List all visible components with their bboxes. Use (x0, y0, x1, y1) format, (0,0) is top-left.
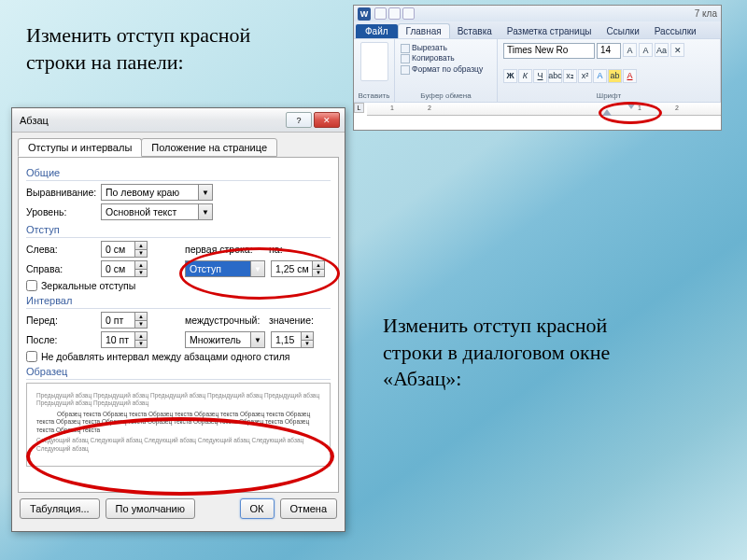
brush-icon (401, 65, 410, 75)
qat-redo-icon[interactable] (402, 7, 415, 20)
tab-mailings[interactable]: Рассылки (647, 24, 704, 38)
dialog-button-row: Табуляция... По умолчанию ОК Отмена (12, 498, 345, 526)
ribbon-tabstrip: Файл Главная Вставка Разметка страницы С… (354, 21, 721, 38)
tab-indents-spacing[interactable]: Отступы и интервалы (18, 138, 142, 157)
chevron-down-icon: ▼ (198, 204, 212, 219)
dialog-title: Абзац (20, 115, 284, 126)
font-name-selector[interactable]: Times New Ro (503, 43, 595, 59)
text-effects-icon[interactable]: A (593, 69, 607, 83)
section-general: Общие (26, 167, 331, 181)
shrink-font-icon[interactable]: A (639, 43, 653, 57)
mirror-indents-checkbox[interactable]: Зеркальные отступы (26, 280, 331, 291)
group-clipboard: Вырезать Копировать Формат по образцу Бу… (395, 39, 498, 102)
ruler-tick: 2 (675, 105, 679, 111)
superscript-icon[interactable]: x² (578, 69, 592, 83)
preview-pane: Предыдущий абзац Предыдущий абзац Предыд… (26, 383, 331, 467)
indent-left-spinner[interactable]: 0 см▲▼ (101, 241, 148, 258)
spacing-at-label: значение: (269, 315, 316, 326)
tab-references[interactable]: Ссылки (599, 24, 647, 38)
outline-level-select[interactable]: Основной текст▼ (101, 203, 213, 220)
space-before-spinner[interactable]: 0 пт▲▼ (101, 312, 148, 329)
bold-icon[interactable]: Ж (503, 69, 517, 83)
qat-undo-icon[interactable] (388, 7, 401, 20)
ruler-tick: 2 (428, 105, 431, 111)
ruler-area: L 1 2 1 2 (354, 102, 721, 130)
indent-by-label: на: (269, 244, 297, 255)
underline-icon[interactable]: Ч (533, 69, 547, 83)
group-paste: Вставить (354, 39, 395, 102)
grow-font-icon[interactable]: A (623, 43, 637, 57)
tab-file[interactable]: Файл (356, 24, 398, 38)
chevron-down-icon: ▼ (250, 332, 264, 347)
tab-line-page-breaks[interactable]: Положение на странице (141, 138, 277, 157)
cut-button[interactable]: Вырезать (401, 43, 493, 53)
dialog-tabs: Отступы и интервалы Положение на страниц… (12, 133, 345, 157)
word-app-icon: W (358, 7, 371, 21)
ribbon-body: Вставить Вырезать Копировать Формат по о… (354, 38, 721, 102)
set-default-button[interactable]: По умолчанию (106, 498, 195, 519)
clipboard-group-label: Буфер обмена (399, 91, 493, 100)
word-titlebar: W 7 кла (354, 6, 721, 21)
font-color-icon[interactable]: A (623, 69, 637, 83)
clear-format-icon[interactable]: ✕ (670, 43, 684, 57)
tab-page-layout[interactable]: Разметка страницы (500, 24, 599, 38)
dialog-titlebar[interactable]: Абзац ? ✕ (12, 108, 345, 133)
caption-ruler: Изменить отступ красной строки на панели… (26, 22, 288, 76)
indent-by-spinner[interactable]: 1,25 см▲▼ (271, 260, 325, 277)
special-indent-select[interactable]: Отступ▼ (185, 260, 265, 277)
cancel-button[interactable]: Отмена (280, 498, 337, 519)
close-button[interactable]: ✕ (314, 112, 340, 128)
paste-button[interactable] (360, 42, 388, 81)
quick-access-toolbar (374, 7, 415, 20)
alignment-select[interactable]: По левому краю▼ (101, 184, 213, 201)
qat-save-icon[interactable] (374, 7, 387, 20)
dialog-body: Общие Выравнивание: По левому краю▼ Уров… (18, 157, 339, 493)
tab-home[interactable]: Главная (398, 23, 450, 38)
first-line-indent-marker[interactable] (627, 103, 636, 109)
special-indent-label: первая строка: (185, 244, 269, 255)
indent-right-label: Справа: (26, 263, 101, 274)
format-painter-button[interactable]: Формат по образцу (401, 64, 493, 75)
chevron-down-icon: ▼ (250, 261, 264, 276)
section-indentation: Отступ (26, 224, 331, 238)
italic-icon[interactable]: К (518, 69, 532, 83)
no-space-same-style-checkbox[interactable]: Не добавлять интервал между абзацами одн… (26, 351, 331, 362)
indent-left-label: Слева: (26, 244, 101, 255)
tab-insert[interactable]: Вставка (450, 24, 500, 38)
copy-button[interactable]: Копировать (401, 53, 493, 63)
copy-icon (401, 54, 410, 63)
line-spacing-select[interactable]: Множитель▼ (185, 331, 265, 348)
line-spacing-label: междустрочный: (185, 315, 269, 326)
section-spacing: Интервал (26, 295, 331, 309)
word-ribbon-screenshot: W 7 кла Файл Главная Вставка Разметка ст… (353, 5, 722, 131)
strike-icon[interactable]: abc (548, 69, 562, 83)
chevron-down-icon: ▼ (198, 185, 212, 200)
font-size-selector[interactable]: 14 (597, 43, 621, 59)
group-font: Times New Ro 14 A A Aa ✕ Ж К Ч abc x₂ x²… (498, 39, 721, 102)
highlight-icon[interactable]: ab (608, 69, 622, 83)
indent-right-spinner[interactable]: 0 см▲▼ (101, 260, 148, 277)
left-indent-marker[interactable] (602, 109, 612, 116)
subscript-icon[interactable]: x₂ (563, 69, 577, 83)
space-after-label: После: (26, 334, 101, 345)
preview-sample-text: Образец текста Образец текста Образец те… (36, 411, 320, 434)
paste-label: Вставить (358, 91, 390, 100)
font-group-label: Шрифт (501, 91, 716, 100)
help-button[interactable]: ? (286, 112, 312, 128)
change-case-icon[interactable]: Aa (655, 43, 669, 57)
spacing-at-spinner[interactable]: 1,15▲▼ (271, 331, 314, 348)
document-title: 7 кла (695, 8, 717, 19)
alignment-label: Выравнивание: (26, 187, 101, 198)
caption-dialog: Изменить отступ красной строки в диалого… (383, 313, 644, 393)
ruler-tick: 1 (390, 105, 394, 111)
ruler-corner-icon: L (354, 103, 364, 113)
ruler-tick: 1 (638, 105, 641, 111)
space-after-spinner[interactable]: 10 пт▲▼ (101, 331, 148, 348)
outline-level-label: Уровень: (26, 206, 101, 217)
section-preview: Образец (26, 366, 331, 380)
ok-button[interactable]: ОК (240, 498, 275, 519)
preview-next-paragraph: Следующий абзац Следующий абзац Следующи… (36, 437, 320, 453)
tabs-button[interactable]: Табуляция... (20, 498, 100, 519)
scissors-icon (401, 44, 410, 53)
horizontal-ruler[interactable]: 1 2 1 2 (367, 103, 721, 116)
